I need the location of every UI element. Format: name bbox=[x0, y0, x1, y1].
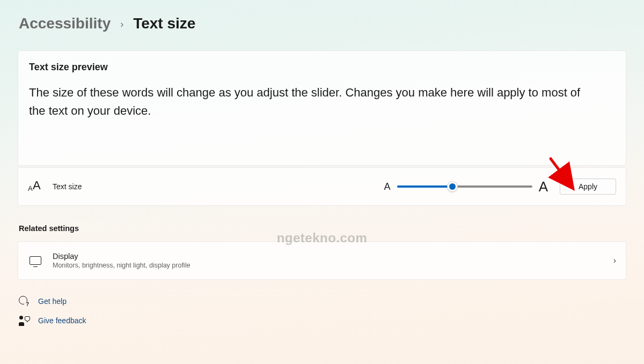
give-feedback-link[interactable]: Give feedback bbox=[19, 315, 626, 326]
preview-body: The size of these words will change as y… bbox=[29, 84, 598, 120]
footer-links: ? Get help Give feedback bbox=[18, 296, 626, 326]
breadcrumb-separator: › bbox=[120, 19, 123, 30]
text-size-slider[interactable] bbox=[397, 181, 532, 192]
apply-button[interactable]: Apply bbox=[560, 179, 616, 195]
slider-max-glyph: A bbox=[539, 179, 548, 195]
slider-thumb[interactable] bbox=[447, 181, 458, 192]
feedback-icon bbox=[19, 315, 30, 326]
display-settings-link[interactable]: Display Monitors, brightness, night ligh… bbox=[18, 241, 626, 280]
breadcrumb: Accessibility › Text size bbox=[18, 15, 626, 32]
chevron-right-icon: › bbox=[613, 256, 616, 265]
help-icon: ? bbox=[19, 296, 30, 307]
monitor-icon bbox=[28, 256, 43, 265]
slider-min-glyph: A bbox=[384, 181, 391, 192]
slider-label: Text size bbox=[53, 182, 82, 191]
display-link-title: Display bbox=[53, 252, 190, 261]
get-help-link[interactable]: ? Get help bbox=[19, 296, 626, 307]
text-size-icon: AA bbox=[28, 181, 44, 192]
text-size-preview-card: Text size preview The size of these word… bbox=[18, 50, 626, 166]
related-settings-heading: Related settings bbox=[18, 224, 626, 233]
display-link-subtitle: Monitors, brightness, night light, displ… bbox=[53, 262, 190, 269]
breadcrumb-parent[interactable]: Accessibility bbox=[19, 15, 111, 32]
text-size-slider-card: AA Text size A A Apply bbox=[18, 167, 626, 206]
give-feedback-label: Give feedback bbox=[38, 316, 86, 325]
preview-title: Text size preview bbox=[29, 62, 615, 73]
breadcrumb-current: Text size bbox=[133, 15, 195, 32]
get-help-label: Get help bbox=[38, 297, 67, 306]
